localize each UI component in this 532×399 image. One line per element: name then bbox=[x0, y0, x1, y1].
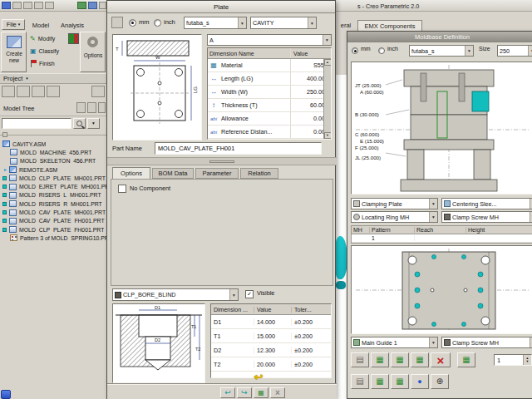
scroll-up-icon[interactable]: ▴ bbox=[324, 59, 332, 66]
tree-item[interactable]: ▸ REMOTE.ASM bbox=[0, 165, 106, 174]
unit-inch-radio[interactable] bbox=[378, 47, 385, 54]
tree-item[interactable]: MOLD_EJRET_PLATE_MH001.PRT bbox=[0, 182, 106, 190]
moldbase-dialog-titlebar[interactable]: Moldbase Definition bbox=[347, 32, 532, 42]
options-button[interactable]: Options bbox=[80, 32, 106, 72]
new-file-icon[interactable] bbox=[2, 2, 11, 9]
tree-item[interactable]: MOLD_RISERS_L_MH001.PRT bbox=[0, 191, 106, 200]
finish-button[interactable]: Finish bbox=[28, 58, 66, 69]
tree-item[interactable]: CAVITY.ASM bbox=[0, 140, 106, 148]
edit-plates-button[interactable]: ▤ bbox=[351, 352, 369, 367]
tree-item[interactable]: MOLD_CAV_PLATE_MH001.PRT bbox=[0, 208, 106, 216]
tab-parameter[interactable]: Parameter bbox=[195, 168, 239, 179]
no-component-checkbox[interactable] bbox=[118, 185, 126, 193]
bore-type-combo[interactable]: CLP_BORE_BLIND ▾ bbox=[112, 288, 239, 301]
start-menu-icon[interactable] bbox=[1, 390, 11, 399]
plate-dialog-titlebar[interactable]: Plate bbox=[107, 1, 335, 13]
spinner-arrows[interactable]: ▴ ▾ bbox=[523, 355, 531, 365]
pattern-table-button[interactable]: ▦ bbox=[457, 352, 475, 367]
redo-icon[interactable] bbox=[45, 2, 54, 9]
tree-item[interactable]: MOLD_MACHINE_456.PRT bbox=[0, 148, 106, 156]
panel-icon-2[interactable] bbox=[17, 86, 30, 97]
target-tool-button[interactable]: ⊕ bbox=[431, 374, 449, 389]
flip-direction-button[interactable]: ↩ bbox=[250, 370, 267, 383]
search-options-button[interactable]: ▾ bbox=[87, 118, 100, 129]
panel-pin-icon[interactable] bbox=[91, 86, 105, 97]
table-row[interactable]: ↕ Thickness (T) 60.000 bbox=[208, 99, 331, 112]
tree-item[interactable]: MOLD_CLP_PLATE_FH001.PRT bbox=[0, 225, 106, 234]
modify-button[interactable]: ✎ Modify bbox=[28, 33, 66, 44]
dialog-options-icon[interactable] bbox=[111, 17, 123, 28]
splitter-grip[interactable] bbox=[209, 160, 234, 163]
size-combo[interactable]: 250 ▾ bbox=[497, 45, 532, 57]
component-status-button[interactable]: ▦ bbox=[391, 352, 409, 367]
table-row[interactable]: abi Reference Distan... 0.000 bbox=[208, 126, 331, 139]
tree-item[interactable]: MOLD_CAV_PLATE_FH001.PRT bbox=[0, 217, 106, 225]
visible-checkbox[interactable]: ✓ bbox=[245, 290, 254, 298]
classify-button[interactable]: ▣ Classify bbox=[28, 46, 66, 57]
tab-relation[interactable]: Relation bbox=[240, 168, 278, 179]
part-name-input[interactable] bbox=[155, 142, 322, 155]
dialog-splitter[interactable] bbox=[107, 157, 337, 165]
locating-ring-combo[interactable]: Locating Ring MH ▾ bbox=[351, 211, 438, 223]
count-spinner[interactable]: 1 ▴ ▾ bbox=[494, 354, 532, 366]
table-row[interactable]: T1 15.000 ±0.200 bbox=[211, 329, 331, 343]
table-row[interactable]: T2 20.000 ±0.200 bbox=[211, 357, 331, 372]
panel-icon-1[interactable] bbox=[2, 86, 15, 97]
size-table-button[interactable]: ▦ bbox=[411, 352, 429, 367]
main-guide-combo[interactable]: Main Guide 1 ▾ bbox=[351, 337, 438, 348]
tab-general[interactable]: eral bbox=[336, 20, 356, 31]
sphere-tool-button[interactable]: ● bbox=[411, 374, 429, 389]
table-row[interactable]: ↔ Length (LG) 400.000 bbox=[208, 72, 331, 86]
refresh-icon[interactable] bbox=[88, 2, 97, 9]
nav-forward-button[interactable]: ↪ bbox=[237, 387, 252, 398]
tab-model[interactable]: Model bbox=[28, 20, 53, 31]
nav-back-button[interactable]: ↩ bbox=[220, 387, 235, 398]
clamp-screw-combo[interactable]: Clamp Screw MH ▾ bbox=[441, 211, 532, 223]
unit-mm-radio[interactable] bbox=[352, 47, 358, 54]
tab-bom-data[interactable]: BOM Data bbox=[152, 168, 194, 179]
supplier-combo[interactable]: futaba_s ▾ bbox=[409, 45, 474, 57]
regenerate-icon[interactable] bbox=[77, 2, 86, 9]
window-tools-icon[interactable] bbox=[99, 2, 106, 9]
emx-icon[interactable] bbox=[68, 33, 79, 44]
centering-sleeve-combo[interactable]: Centering Slee... ▾ bbox=[441, 198, 532, 209]
tree-settings-icon[interactable] bbox=[87, 102, 96, 113]
table-row[interactable]: 1 bbox=[352, 234, 532, 243]
table-row[interactable]: D1 14.000 ±0.200 bbox=[211, 315, 331, 329]
open-file-icon[interactable] bbox=[12, 2, 22, 9]
cancel-button[interactable]: × bbox=[270, 387, 285, 398]
tree-item[interactable]: Pattern 3 of MOLD_SPRING10.PRT bbox=[0, 234, 106, 242]
library-button[interactable]: ▦ bbox=[391, 374, 409, 389]
tree-separator-handle[interactable] bbox=[2, 132, 7, 137]
delete-moldbase-button[interactable]: × bbox=[431, 352, 451, 367]
bom-table-button[interactable]: ▦ bbox=[254, 387, 268, 398]
tree-item[interactable]: MOLD_SKELETON_456.PRT bbox=[0, 157, 106, 165]
plate-type-combo[interactable]: CAVITY ▾ bbox=[250, 17, 317, 29]
tab-options[interactable]: Options bbox=[112, 167, 150, 179]
drill-pattern-button[interactable]: ▤ bbox=[351, 374, 369, 389]
tree-item[interactable]: MOLD_RISERS_R_MH001.PRT bbox=[0, 200, 106, 208]
supplier-combo[interactable]: futaba_s ▾ bbox=[184, 17, 247, 29]
search-button[interactable] bbox=[73, 118, 86, 129]
table-row[interactable]: abi Allowance 0.000 bbox=[208, 112, 331, 126]
create-new-button[interactable]: Create new bbox=[1, 32, 27, 72]
tree-item[interactable]: MOLD_CLP_PLATE_MH001.PRT bbox=[0, 174, 106, 182]
tab-emx-components[interactable]: EMX Components bbox=[357, 20, 422, 31]
search-input[interactable] bbox=[2, 118, 71, 129]
scroll-down-icon[interactable]: ▾ bbox=[324, 132, 332, 139]
unit-mm-radio[interactable] bbox=[129, 19, 136, 27]
tree-pin-icon[interactable] bbox=[98, 102, 106, 113]
save-file-icon[interactable] bbox=[23, 2, 32, 9]
panel-icon-4[interactable] bbox=[47, 86, 60, 97]
table-row[interactable]: D2 12.300 ±0.200 bbox=[211, 343, 331, 357]
undo-icon[interactable] bbox=[34, 2, 43, 9]
project-bar[interactable]: Project ▾ bbox=[0, 73, 107, 84]
table-scrollbar[interactable]: ▴ ▾ bbox=[323, 59, 331, 139]
tab-analysis[interactable]: Analysis bbox=[55, 20, 90, 31]
panel-icon-3[interactable] bbox=[32, 86, 45, 97]
section-combo[interactable]: A ▾ bbox=[207, 34, 332, 46]
unit-inch-radio[interactable] bbox=[154, 19, 161, 27]
table-row[interactable]: ▦ Material S55C bbox=[208, 59, 331, 72]
graphics-area[interactable] bbox=[336, 75, 347, 399]
tree-filter-icon[interactable] bbox=[76, 102, 86, 113]
